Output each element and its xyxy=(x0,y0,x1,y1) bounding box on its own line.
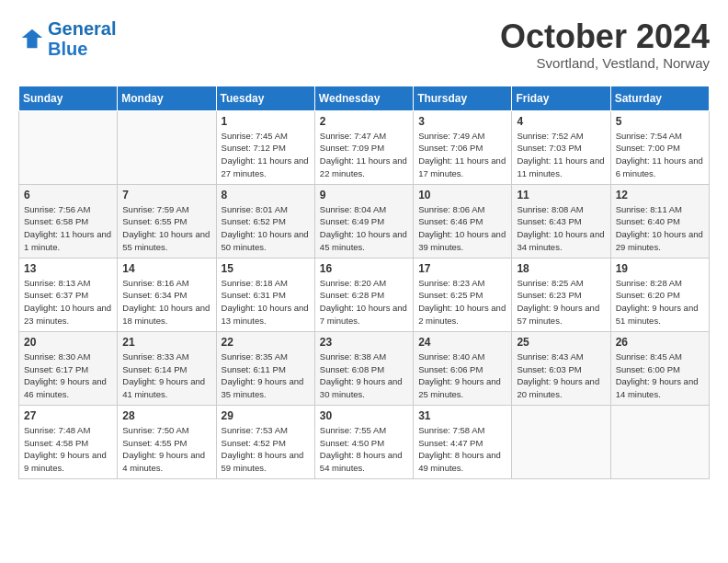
day-info: Sunrise: 7:56 AM Sunset: 6:58 PM Dayligh… xyxy=(24,203,112,254)
calendar-cell: 31Sunrise: 7:58 AM Sunset: 4:47 PM Dayli… xyxy=(414,405,512,478)
day-number: 11 xyxy=(517,189,605,201)
day-info: Sunrise: 7:58 AM Sunset: 4:47 PM Dayligh… xyxy=(418,424,506,475)
day-number: 21 xyxy=(122,336,210,349)
calendar-cell: 14Sunrise: 8:16 AM Sunset: 6:34 PM Dayli… xyxy=(118,258,216,331)
day-number: 1 xyxy=(222,115,310,128)
calendar-cell: 29Sunrise: 7:53 AM Sunset: 4:52 PM Dayli… xyxy=(216,405,314,478)
calendar-cell: 6Sunrise: 7:56 AM Sunset: 6:58 PM Daylig… xyxy=(19,184,118,258)
calendar-cell: 2Sunrise: 7:47 AM Sunset: 7:09 PM Daylig… xyxy=(314,110,413,184)
day-info: Sunrise: 7:55 AM Sunset: 4:50 PM Dayligh… xyxy=(320,424,408,475)
calendar-cell: 20Sunrise: 8:30 AM Sunset: 6:17 PM Dayli… xyxy=(19,331,118,405)
day-number: 18 xyxy=(517,262,605,275)
calendar-cell: 27Sunrise: 7:48 AM Sunset: 4:58 PM Dayli… xyxy=(19,405,118,478)
day-info: Sunrise: 7:54 AM Sunset: 7:00 PM Dayligh… xyxy=(616,130,704,180)
calendar-cell: 15Sunrise: 8:18 AM Sunset: 6:31 PM Dayli… xyxy=(216,258,314,331)
day-number: 20 xyxy=(24,336,112,349)
day-number: 24 xyxy=(418,336,506,349)
logo-icon xyxy=(18,26,44,52)
day-number: 3 xyxy=(418,115,506,128)
col-header-wednesday: Wednesday xyxy=(314,86,413,110)
calendar-cell: 23Sunrise: 8:38 AM Sunset: 6:08 PM Dayli… xyxy=(314,331,413,405)
day-number: 10 xyxy=(418,189,506,201)
calendar-cell: 26Sunrise: 8:45 AM Sunset: 6:00 PM Dayli… xyxy=(610,331,709,405)
calendar-cell xyxy=(512,405,610,478)
day-number: 6 xyxy=(24,189,112,201)
calendar-cell: 16Sunrise: 8:20 AM Sunset: 6:28 PM Dayli… xyxy=(314,258,413,331)
calendar-cell: 30Sunrise: 7:55 AM Sunset: 4:50 PM Dayli… xyxy=(314,405,413,478)
day-number: 28 xyxy=(122,409,210,422)
day-info: Sunrise: 8:04 AM Sunset: 6:49 PM Dayligh… xyxy=(320,203,408,254)
calendar-table: SundayMondayTuesdayWednesdayThursdayFrid… xyxy=(18,86,710,479)
calendar-cell: 22Sunrise: 8:35 AM Sunset: 6:11 PM Dayli… xyxy=(216,331,314,405)
day-number: 13 xyxy=(24,262,112,275)
day-info: Sunrise: 7:45 AM Sunset: 7:12 PM Dayligh… xyxy=(222,130,310,180)
col-header-sunday: Sunday xyxy=(19,86,118,110)
day-number: 17 xyxy=(418,262,506,275)
day-info: Sunrise: 8:33 AM Sunset: 6:14 PM Dayligh… xyxy=(122,350,210,401)
title-block: October 2024 Svortland, Vestland, Norway xyxy=(500,18,710,71)
day-info: Sunrise: 8:18 AM Sunset: 6:31 PM Dayligh… xyxy=(222,277,310,327)
calendar-cell: 19Sunrise: 8:28 AM Sunset: 6:20 PM Dayli… xyxy=(610,258,709,331)
location-subtitle: Svortland, Vestland, Norway xyxy=(500,55,710,71)
calendar-cell: 18Sunrise: 8:25 AM Sunset: 6:23 PM Dayli… xyxy=(512,258,610,331)
calendar-cell xyxy=(610,405,709,478)
calendar-cell: 28Sunrise: 7:50 AM Sunset: 4:55 PM Dayli… xyxy=(118,405,216,478)
day-info: Sunrise: 8:38 AM Sunset: 6:08 PM Dayligh… xyxy=(320,350,408,401)
day-info: Sunrise: 8:13 AM Sunset: 6:37 PM Dayligh… xyxy=(24,277,112,327)
day-number: 22 xyxy=(222,336,310,349)
day-info: Sunrise: 8:16 AM Sunset: 6:34 PM Dayligh… xyxy=(122,277,210,327)
calendar-cell: 25Sunrise: 8:43 AM Sunset: 6:03 PM Dayli… xyxy=(512,331,610,405)
day-info: Sunrise: 7:53 AM Sunset: 4:52 PM Dayligh… xyxy=(222,424,310,475)
col-header-monday: Monday xyxy=(118,86,216,110)
calendar-cell xyxy=(19,110,118,184)
calendar-cell: 21Sunrise: 8:33 AM Sunset: 6:14 PM Dayli… xyxy=(118,331,216,405)
calendar-cell: 8Sunrise: 8:01 AM Sunset: 6:52 PM Daylig… xyxy=(216,184,314,258)
col-header-friday: Friday xyxy=(512,86,610,110)
day-info: Sunrise: 7:48 AM Sunset: 4:58 PM Dayligh… xyxy=(24,424,112,475)
day-info: Sunrise: 8:45 AM Sunset: 6:00 PM Dayligh… xyxy=(616,350,704,401)
day-number: 31 xyxy=(418,409,506,422)
day-number: 14 xyxy=(122,262,210,275)
day-info: Sunrise: 7:50 AM Sunset: 4:55 PM Dayligh… xyxy=(122,424,210,475)
month-title: October 2024 xyxy=(500,18,710,55)
page-header: General Blue October 2024 Svortland, Ves… xyxy=(18,18,710,71)
day-number: 25 xyxy=(517,336,605,349)
day-info: Sunrise: 7:52 AM Sunset: 7:03 PM Dayligh… xyxy=(517,130,605,180)
day-number: 29 xyxy=(222,409,310,422)
day-info: Sunrise: 8:23 AM Sunset: 6:25 PM Dayligh… xyxy=(418,277,506,327)
day-number: 23 xyxy=(320,336,408,349)
day-info: Sunrise: 7:59 AM Sunset: 6:55 PM Dayligh… xyxy=(122,203,210,254)
day-info: Sunrise: 8:25 AM Sunset: 6:23 PM Dayligh… xyxy=(517,277,605,327)
day-info: Sunrise: 8:30 AM Sunset: 6:17 PM Dayligh… xyxy=(24,350,112,401)
calendar-cell: 1Sunrise: 7:45 AM Sunset: 7:12 PM Daylig… xyxy=(216,110,314,184)
day-info: Sunrise: 8:40 AM Sunset: 6:06 PM Dayligh… xyxy=(418,350,506,401)
day-number: 5 xyxy=(616,115,704,128)
svg-marker-0 xyxy=(22,29,42,49)
col-header-tuesday: Tuesday xyxy=(216,86,314,110)
day-number: 16 xyxy=(320,262,408,275)
day-number: 12 xyxy=(616,189,704,201)
day-info: Sunrise: 7:47 AM Sunset: 7:09 PM Dayligh… xyxy=(320,130,408,180)
day-number: 2 xyxy=(320,115,408,128)
day-number: 4 xyxy=(517,115,605,128)
calendar-cell: 3Sunrise: 7:49 AM Sunset: 7:06 PM Daylig… xyxy=(414,110,512,184)
calendar-cell: 7Sunrise: 7:59 AM Sunset: 6:55 PM Daylig… xyxy=(118,184,216,258)
day-info: Sunrise: 8:43 AM Sunset: 6:03 PM Dayligh… xyxy=(517,350,605,401)
day-info: Sunrise: 8:35 AM Sunset: 6:11 PM Dayligh… xyxy=(222,350,310,401)
calendar-cell: 13Sunrise: 8:13 AM Sunset: 6:37 PM Dayli… xyxy=(19,258,118,331)
col-header-saturday: Saturday xyxy=(610,86,709,110)
day-info: Sunrise: 8:20 AM Sunset: 6:28 PM Dayligh… xyxy=(320,277,408,327)
day-number: 15 xyxy=(222,262,310,275)
calendar-cell xyxy=(118,110,216,184)
calendar-cell: 17Sunrise: 8:23 AM Sunset: 6:25 PM Dayli… xyxy=(414,258,512,331)
day-number: 8 xyxy=(222,189,310,201)
day-info: Sunrise: 8:11 AM Sunset: 6:40 PM Dayligh… xyxy=(616,203,704,254)
day-info: Sunrise: 8:01 AM Sunset: 6:52 PM Dayligh… xyxy=(222,203,310,254)
day-info: Sunrise: 8:08 AM Sunset: 6:43 PM Dayligh… xyxy=(517,203,605,254)
day-number: 30 xyxy=(320,409,408,422)
logo-text: General Blue xyxy=(48,18,116,59)
calendar-cell: 12Sunrise: 8:11 AM Sunset: 6:40 PM Dayli… xyxy=(610,184,709,258)
day-info: Sunrise: 7:49 AM Sunset: 7:06 PM Dayligh… xyxy=(418,130,506,180)
day-number: 7 xyxy=(122,189,210,201)
calendar-cell: 10Sunrise: 8:06 AM Sunset: 6:46 PM Dayli… xyxy=(414,184,512,258)
